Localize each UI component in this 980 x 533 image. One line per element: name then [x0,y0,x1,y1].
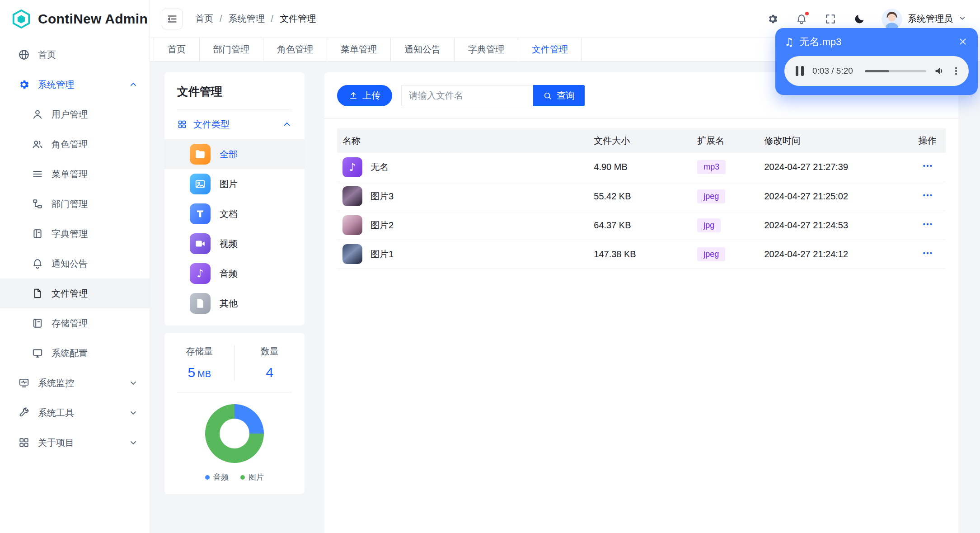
upload-button[interactable]: 上传 [337,85,392,106]
tab-notice[interactable]: 通知公告 [391,38,455,61]
file-type-all[interactable]: 全部 [164,139,305,169]
file-name: 图片3 [370,190,394,203]
tab-file-management[interactable]: 文件管理 [518,38,582,61]
col-header-actions: 操作 [909,128,946,153]
sidebar-item-system-tools[interactable]: 系统工具 [0,398,150,428]
donut-legend: 音频 图片 [205,472,264,482]
count-stat: 数量 4 [235,345,305,380]
username: 系统管理员 [908,13,953,25]
table-row[interactable]: 图片3 55.42 KB jpeg 2024-04-27 21:25:02 [337,182,946,211]
more-actions-button[interactable] [922,160,933,172]
sidebar-item-department-management[interactable]: 部门管理 [0,189,150,219]
image-thumbnail [342,215,362,235]
file-type-donut [205,404,264,463]
chevron-down-icon [129,378,138,387]
count-value: 4 [235,365,305,380]
file-type-document[interactable]: 文档 [164,199,305,229]
table-row[interactable]: 图片1 147.38 KB jpeg 2024-04-27 21:24:12 [337,240,946,269]
more-horizontal-icon [922,218,933,230]
player-menu-button[interactable] [951,66,961,76]
tab-label: 首页 [168,43,186,56]
donut-legend-dot [240,475,245,480]
sidebar: ContiNew Admin 首页 系统管理 [0,0,150,533]
notifications-button[interactable] [795,12,808,26]
monitor-pulse-icon [18,377,30,389]
player-close-button[interactable] [958,37,969,47]
close-icon [958,37,968,47]
settings-button[interactable] [766,12,779,26]
sidebar-menu: 首页 系统管理 用户管理 角色 [0,38,150,533]
file-type-panel: 文件管理 文件类型 全部 [164,72,305,533]
file-time: 2024-04-27 21:27:39 [757,153,909,182]
dark-mode-toggle[interactable] [853,12,866,26]
file-type-group-header[interactable]: 文件类型 [164,109,305,139]
avatar [882,9,902,29]
filename-search-input[interactable] [401,85,533,106]
file-type-label: 视频 [220,238,238,250]
breadcrumb-item-home[interactable]: 首页 [195,13,213,25]
table-row[interactable]: ♪无名 4.90 MB mp3 2024-04-27 21:27:39 [337,153,946,182]
sidebar-item-about-project[interactable]: 关于项目 [0,428,150,458]
sidebar-item-notice[interactable]: 通知公告 [0,249,150,278]
upload-button-label: 上传 [362,90,380,102]
more-actions-button[interactable] [922,247,933,259]
sidebar-item-label: 系统工具 [38,407,74,419]
sidebar-item-storage-management[interactable]: 存储管理 [0,308,150,338]
file-size: 55.42 KB [586,182,690,211]
globe-icon [18,49,30,61]
tab-dict[interactable]: 字典管理 [455,38,518,61]
sidebar-item-role-management[interactable]: 角色管理 [0,129,150,159]
tab-department[interactable]: 部门管理 [200,38,263,61]
sidebar-item-home[interactable]: 首页 [0,40,150,70]
table-row[interactable]: 图片2 64.37 KB jpg 2024-04-27 21:24:53 [337,211,946,240]
storage-value: 5MB [164,365,234,380]
sidebar-item-label: 存储管理 [52,317,88,330]
file-table: 名称 文件大小 扩展名 修改时间 操作 ♪无名 4.90 MB mp3 2024 [337,128,946,269]
image-thumbnail [342,186,362,206]
sidebar-item-user-management[interactable]: 用户管理 [0,99,150,129]
users-icon [32,138,43,150]
volume-button[interactable] [933,65,946,77]
donut-legend-label: 图片 [249,472,264,482]
tab-role[interactable]: 角色管理 [263,38,327,61]
file-type-video[interactable]: 视频 [164,229,305,259]
file-type-image[interactable]: 图片 [164,169,305,199]
sidebar-item-system-config[interactable]: 系统配置 [0,338,150,368]
user-menu[interactable]: 系统管理员 [882,9,966,29]
breadcrumb-item-system[interactable]: 系统管理 [229,13,265,25]
seek-slider[interactable] [865,70,926,72]
more-actions-button[interactable] [922,218,933,230]
tab-label: 字典管理 [468,43,504,56]
file-type-other[interactable]: 其他 [164,288,305,318]
bell-icon [32,258,43,269]
sidebar-item-system-monitor[interactable]: 系统监控 [0,368,150,398]
donut-legend-item[interactable]: 音频 [205,472,229,482]
sidebar-item-label: 文件管理 [52,288,88,300]
table-header-row: 名称 文件大小 扩展名 修改时间 操作 [337,128,946,153]
ext-badge: mp3 [697,160,726,174]
chevron-up-icon [129,80,138,89]
sidebar-item-file-management[interactable]: 文件管理 [0,278,150,308]
sidebar-item-system-management[interactable]: 系统管理 [0,70,150,99]
upload-icon [349,91,358,100]
image-icon [190,174,211,194]
pause-button[interactable] [789,60,811,82]
sidebar-item-label: 用户管理 [52,108,88,121]
book-icon [32,228,43,240]
seek-progress [865,70,889,72]
sidebar-item-label: 关于项目 [38,437,74,449]
sidebar-collapse-button[interactable] [162,9,183,29]
fullscreen-button[interactable] [824,12,837,26]
sidebar-item-dict-management[interactable]: 字典管理 [0,219,150,249]
more-actions-button[interactable] [922,189,933,201]
file-type-audio[interactable]: ♪ 音频 [164,259,305,288]
user-icon [32,108,43,120]
tab-menu[interactable]: 菜单管理 [327,38,391,61]
query-button[interactable]: 查询 [533,85,585,106]
breadcrumb-separator: / [271,14,274,24]
sidebar-item-menu-management[interactable]: 菜单管理 [0,159,150,189]
tab-home[interactable]: 首页 [154,38,200,61]
stats-row: 存储量 5MB 数量 4 [164,345,305,380]
storage-stat: 存储量 5MB [164,345,235,380]
donut-legend-item[interactable]: 图片 [240,472,264,482]
